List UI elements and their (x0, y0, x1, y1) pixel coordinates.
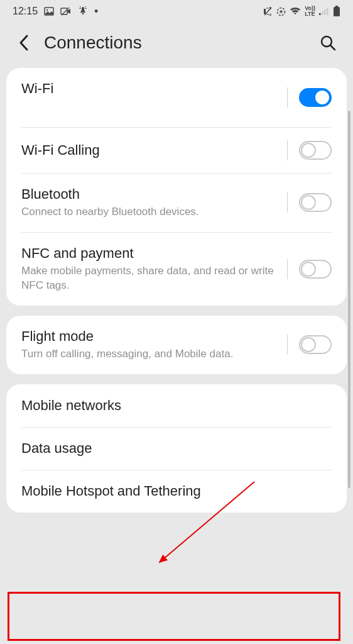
settings-card-2: Flight mode Turn off calling, messaging,… (6, 316, 347, 374)
image-icon (44, 6, 54, 16)
data-saver-icon (276, 7, 286, 16)
row-title: Bluetooth (21, 186, 282, 203)
vertical-divider (287, 87, 288, 108)
vertical-divider (287, 259, 288, 279)
dnd-icon (78, 6, 88, 16)
row-title: Mobile networks (21, 397, 332, 414)
wifi-calling-toggle[interactable] (299, 141, 332, 160)
row-title: NFC and payment (21, 245, 282, 262)
flight-mode-toggle[interactable] (299, 335, 332, 354)
row-nfc[interactable]: NFC and payment Make mobile payments, sh… (21, 232, 332, 306)
row-subtitle: Make mobile payments, share data, and re… (21, 264, 282, 293)
battery-icon (333, 6, 340, 17)
back-button[interactable] (16, 35, 31, 50)
svg-line-13 (330, 45, 335, 50)
settings-content: Wi-Fi Wi-Fi Calling Bluetooth Connect to… (0, 68, 353, 513)
header: Connections (0, 23, 353, 68)
volte-icon: Vo))LTE (305, 6, 315, 17)
vertical-divider (287, 140, 288, 160)
vertical-divider (287, 192, 288, 213)
svg-rect-9 (327, 8, 329, 15)
row-subtitle: Connect to nearby Bluetooth devices. (21, 205, 282, 219)
wifi-network-name-hidden (21, 97, 282, 114)
status-time: 12:15 (13, 6, 38, 17)
scrollbar[interactable] (348, 111, 350, 488)
row-bluetooth[interactable]: Bluetooth Connect to nearby Bluetooth de… (21, 173, 332, 232)
svg-rect-11 (334, 7, 340, 16)
row-subtitle: Turn off calling, messaging, and Mobile … (21, 347, 282, 362)
svg-point-1 (46, 9, 48, 11)
svg-rect-8 (324, 9, 326, 15)
row-title: Wi-Fi Calling (21, 142, 282, 158)
row-title: Flight mode (21, 328, 282, 345)
voicemail-icon (60, 7, 72, 16)
svg-rect-2 (61, 8, 67, 14)
mute-icon (263, 6, 273, 16)
search-icon (320, 35, 336, 51)
settings-card-1: Wi-Fi Wi-Fi Calling Bluetooth Connect to… (6, 68, 347, 306)
svg-rect-7 (322, 11, 323, 15)
row-wifi-calling[interactable]: Wi-Fi Calling (21, 127, 332, 173)
row-wifi[interactable]: Wi-Fi (21, 68, 332, 127)
chevron-left-icon (18, 34, 30, 52)
row-mobile-hotspot[interactable]: Mobile Hotspot and Tethering (21, 470, 332, 513)
row-flight-mode[interactable]: Flight mode Turn off calling, messaging,… (21, 316, 332, 374)
status-bar: 12:15 • Vo))LTE (0, 0, 353, 23)
wifi-icon (290, 7, 301, 16)
row-title: Mobile Hotspot and Tethering (21, 483, 332, 499)
annotation-highlight-box (8, 592, 340, 641)
svg-rect-10 (335, 6, 338, 7)
row-title: Wi-Fi (21, 80, 282, 97)
settings-card-3: Mobile networks Data usage Mobile Hotspo… (6, 384, 347, 513)
row-data-usage[interactable]: Data usage (21, 427, 332, 470)
dot-icon: • (94, 5, 98, 18)
vertical-divider (287, 335, 288, 355)
row-title: Data usage (21, 440, 332, 457)
row-mobile-networks[interactable]: Mobile networks (21, 384, 332, 427)
bluetooth-toggle[interactable] (299, 193, 332, 212)
signal-icon (319, 7, 329, 16)
search-button[interactable] (319, 34, 337, 52)
svg-rect-6 (319, 13, 321, 15)
page-title: Connections (44, 33, 307, 53)
wifi-toggle[interactable] (299, 88, 332, 107)
nfc-toggle[interactable] (299, 260, 332, 279)
